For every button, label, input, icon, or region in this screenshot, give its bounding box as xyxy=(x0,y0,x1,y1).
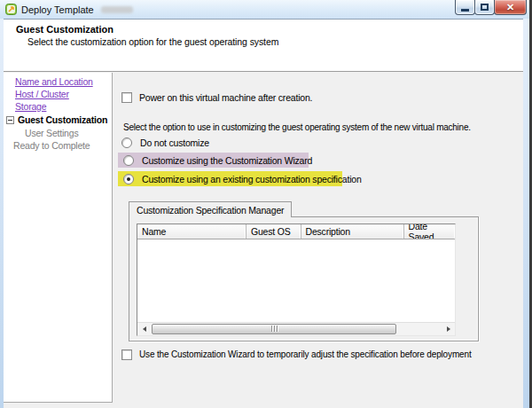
customization-instruction: Select the option to use in customizing … xyxy=(123,122,471,132)
sidebar-item-name-and-location[interactable]: Name and Location xyxy=(15,76,93,88)
specification-table-body[interactable] xyxy=(137,239,455,322)
specification-manager-panel: Name Guest OS Description Date Saved xyxy=(129,216,479,341)
do-not-customize-label: Do not customize xyxy=(140,137,209,148)
sidebar-item-ready-to-complete: Ready to Complete xyxy=(13,140,90,152)
power-on-checkbox[interactable] xyxy=(121,92,132,103)
minimize-button[interactable] xyxy=(455,0,475,15)
minimize-icon xyxy=(461,9,469,12)
specification-table[interactable]: Name Guest OS Description Date Saved xyxy=(137,224,456,336)
scrollbar-thumb[interactable] xyxy=(152,324,396,334)
option-do-not-customize[interactable]: Do not customize xyxy=(121,135,209,150)
scrollbar-track[interactable] xyxy=(151,323,442,336)
maximize-button[interactable] xyxy=(474,0,495,15)
column-header-name[interactable]: Name xyxy=(137,224,246,239)
column-header-date-saved[interactable]: Date Saved xyxy=(404,224,455,239)
step-subtitle: Select the customization option for the … xyxy=(27,36,278,47)
adjust-spec-checkbox[interactable] xyxy=(121,349,132,360)
close-icon: ✕ xyxy=(506,3,514,12)
collapse-expander-icon[interactable] xyxy=(6,116,14,124)
column-header-description[interactable]: Description xyxy=(301,224,404,239)
option-customization-wizard[interactable]: Customize using the Customization Wizard xyxy=(118,153,309,168)
existing-specification-radio[interactable] xyxy=(123,174,134,184)
blurred-text xyxy=(101,6,133,13)
app-icon xyxy=(5,4,17,15)
sidebar-item-storage[interactable]: Storage xyxy=(15,101,46,113)
adjust-spec-checkbox-label: Use the Customization Wizard to temporar… xyxy=(139,349,472,359)
adjust-spec-checkbox-row[interactable]: Use the Customization Wizard to temporar… xyxy=(121,347,472,362)
horizontal-scrollbar[interactable] xyxy=(137,322,455,335)
sidebar-item-user-settings: User Settings xyxy=(25,128,78,139)
column-header-guest-os[interactable]: Guest OS xyxy=(246,224,301,239)
scrollbar-grip-icon xyxy=(274,326,275,332)
content-area: Name and Location Host / Cluster Storage… xyxy=(4,73,523,408)
tab-label: Customization Specification Manager xyxy=(137,205,284,216)
power-on-checkbox-label: Power on this virtual machine after crea… xyxy=(139,92,312,103)
scroll-right-button[interactable] xyxy=(442,323,455,336)
step-title: Guest Customization xyxy=(16,24,113,35)
customization-wizard-label: Customize using the Customization Wizard xyxy=(142,155,312,166)
specification-table-header: Name Guest OS Description Date Saved xyxy=(137,224,455,239)
deploy-template-window: Deploy Template ✕ Guest Customization Se… xyxy=(0,0,529,408)
power-on-checkbox-row[interactable]: Power on this virtual machine after crea… xyxy=(121,90,312,105)
close-button[interactable]: ✕ xyxy=(494,0,527,15)
customization-wizard-radio[interactable] xyxy=(123,155,134,166)
scroll-left-arrow-icon xyxy=(143,326,146,332)
do-not-customize-radio[interactable] xyxy=(121,137,132,148)
sidebar-item-guest-customization: Guest Customization xyxy=(18,114,107,126)
scrollbar-grip-icon xyxy=(277,326,278,332)
window-controls: ✕ xyxy=(456,0,527,15)
dialog-body: Guest Customization Select the customiza… xyxy=(4,19,523,408)
wizard-steps-sidebar: Name and Location Host / Cluster Storage… xyxy=(4,73,113,403)
maximize-icon xyxy=(481,4,489,11)
scroll-right-arrow-icon xyxy=(447,326,450,332)
window-title: Deploy Template xyxy=(21,4,94,15)
step-header: Guest Customization Select the customiza… xyxy=(4,20,523,72)
scroll-left-button[interactable] xyxy=(137,323,151,336)
option-existing-specification[interactable]: Customize using an existing customizatio… xyxy=(118,171,342,186)
existing-specification-label: Customize using an existing customizatio… xyxy=(142,174,362,184)
sidebar-item-host-cluster[interactable]: Host / Cluster xyxy=(15,89,69,100)
tab-customization-specification-manager[interactable]: Customization Specification Manager xyxy=(129,201,292,217)
titlebar[interactable]: Deploy Template ✕ xyxy=(0,0,529,19)
scrollbar-grip-icon xyxy=(271,326,272,332)
